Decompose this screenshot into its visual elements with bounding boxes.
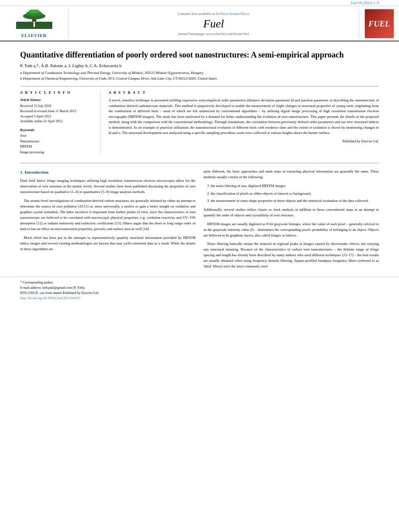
article-info-heading: A R T I C L E I N F O — [20, 90, 95, 94]
journal-center: Contents lists available at SciVerse Sci… — [68, 9, 359, 38]
footnote-copyright: 0016-2361/$ - see front matter Published… — [20, 291, 379, 295]
footnote-corresponding: * Corresponding author. — [20, 280, 379, 284]
keyword-2: Nanostructure — [20, 139, 95, 144]
doi-link[interactable]: http://dx.doi.org/10.1016/j.fuel.2012.04… — [20, 296, 80, 300]
svg-point-5 — [33, 22, 35, 24]
accepted-date: Accepted 5 April 2012 — [20, 114, 95, 119]
list-item-3: the measurement of some shape properties… — [211, 198, 379, 204]
footnotes-section: * Corresponding author. E-mail address: … — [0, 277, 399, 303]
authors-line: P. Toth a,*, Á.B. Palotás a, J. Lighty b… — [20, 63, 379, 68]
online-date: Available online 21 April 2012 — [20, 119, 95, 124]
footnote-email: E-mail address: toth.pala@gmail.com (P. … — [20, 286, 379, 290]
keyword-1: Soot — [20, 133, 95, 139]
body-p3-right: HRTEM images are usually digitized as 8 … — [204, 222, 379, 238]
article-title: Quantitative differentiation of poorly o… — [20, 49, 379, 60]
contents-line: Contents lists available at SciVerse Sci… — [178, 12, 250, 16]
methodology-list: the noise filtering of raw, digitized HR… — [211, 183, 379, 204]
body-col-left: 1. Introduction Dark field lattice fring… — [20, 169, 195, 273]
list-item-1: the noise filtering of raw, digitized HR… — [211, 183, 379, 189]
svg-rect-6 — [33, 24, 35, 27]
affiliation-b: b Department of Chemical Engineering, Un… — [20, 76, 379, 82]
list-item-2: the classification of pixels as either o… — [211, 191, 379, 197]
body-section: 1. Introduction Dark field lattice fring… — [0, 163, 399, 277]
body-p3-left: Much effort has been put in the attempts… — [20, 235, 195, 252]
published-by: Published by Elsevier Ltd. — [109, 139, 379, 143]
footnote-doi: http://dx.doi.org/10.1016/j.fuel.2012.04… — [20, 296, 379, 300]
section1-title: 1. Introduction — [20, 169, 195, 176]
body-p1-left: Dark field lattice fringe imaging techni… — [20, 178, 195, 195]
elsevier-logo-section: ELSEVIER — [4, 9, 68, 38]
article-info-col: A R T I C L E I N F O Article history: R… — [20, 90, 101, 155]
info-abstract-section: A R T I C L E I N F O Article history: R… — [20, 86, 379, 155]
body-p2-left: The atomic-level investigations of combu… — [20, 198, 195, 232]
body-col-right: quite different, the basic approaches an… — [204, 169, 379, 273]
abstract-heading: A B S T R A C T — [109, 90, 379, 94]
journal-homepage: journal homepage: www.elsevier.com/locat… — [178, 32, 249, 36]
abstract-text: A novel, sensitive technique is presente… — [109, 98, 379, 136]
revised-date: Received in revised form 11 March 2012 — [20, 109, 95, 114]
history-label: Article history: — [20, 98, 95, 102]
journal-issue-text: Fuel 99 (2012) 1–8 — [351, 1, 379, 5]
received-date: Received 13 July 2010 — [20, 103, 95, 109]
keyword-3: HRTEM — [20, 144, 95, 150]
elsevier-tree-icon — [14, 10, 54, 32]
keyword-4: Image processing — [20, 150, 95, 155]
body-p4-right: Noise filtering basically means the remo… — [204, 241, 379, 269]
abstract-col: A B S T R A C T A novel, sensitive techn… — [109, 90, 379, 155]
elsevier-wordmark: ELSEVIER — [21, 33, 47, 38]
journal-issue-bar: Fuel 99 (2012) 1–8 — [0, 0, 399, 6]
article-header-section: Quantitative differentiation of poorly o… — [0, 41, 399, 163]
sciverse-link[interactable]: SciVerse ScienceDirect — [216, 12, 249, 16]
elsevier-logo: ELSEVIER — [14, 10, 54, 38]
journal-logo-right: FUEL — [359, 9, 395, 38]
body-p1-right: quite different, the basic approaches an… — [204, 169, 379, 180]
journal-title: Fuel — [203, 17, 224, 30]
affiliation-a: a Department of Combustion Technology an… — [20, 70, 379, 76]
fuel-logo: FUEL — [365, 9, 394, 38]
body-p2-right: Additionally, several studies utilize cl… — [204, 207, 379, 218]
affiliations: a Department of Combustion Technology an… — [20, 70, 379, 81]
journal-header: ELSEVIER Contents lists available at Sci… — [0, 6, 399, 41]
keywords-label: Keywords: — [20, 128, 95, 132]
